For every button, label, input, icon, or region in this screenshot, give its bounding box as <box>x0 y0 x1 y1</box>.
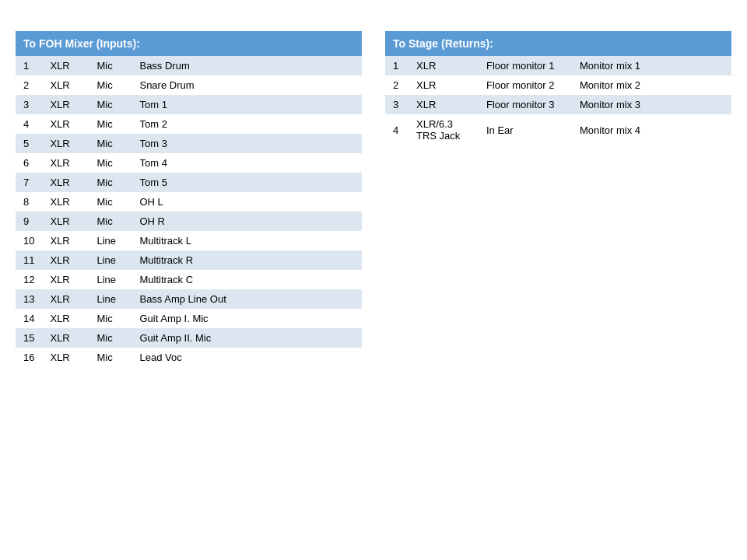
table-row: 12 XLR Line Multitrack C <box>16 270 362 289</box>
stage-connector: XLR <box>409 95 479 114</box>
foh-connector: XLR <box>42 212 89 231</box>
foh-connector: XLR <box>42 309 89 328</box>
table-row: 3 XLR Floor monitor 3 Monitor mix 3 <box>385 95 731 114</box>
foh-connector: XLR <box>42 95 89 114</box>
table-row: 16 XLR Mic Lead Voc <box>16 348 362 367</box>
foh-type: Line <box>89 270 132 289</box>
foh-num: 13 <box>16 289 42 309</box>
foh-connector: XLR <box>42 134 89 153</box>
foh-connector: XLR <box>42 328 89 348</box>
foh-description: Tom 4 <box>132 153 362 173</box>
foh-connector: XLR <box>42 173 89 192</box>
foh-num: 14 <box>16 309 42 328</box>
foh-description: Guit Amp I. Mic <box>132 309 362 328</box>
foh-type: Mic <box>89 328 132 348</box>
foh-num: 8 <box>16 192 42 212</box>
foh-num: 12 <box>16 270 42 289</box>
stage-mix: Monitor mix 1 <box>572 56 731 75</box>
stage-header: To Stage (Returns): <box>385 31 731 56</box>
foh-num: 7 <box>16 173 42 192</box>
foh-type: Line <box>89 231 132 250</box>
foh-type: Line <box>89 250 132 270</box>
foh-type: Mic <box>89 192 132 212</box>
foh-connector: XLR <box>42 56 89 75</box>
foh-description: Tom 5 <box>132 173 362 192</box>
stage-table: 1 XLR Floor monitor 1 Monitor mix 1 2 XL… <box>385 56 731 145</box>
foh-connector: XLR <box>42 348 89 367</box>
foh-description: OH L <box>132 192 362 212</box>
foh-num: 5 <box>16 134 42 153</box>
foh-type: Mic <box>89 95 132 114</box>
foh-num: 6 <box>16 153 42 173</box>
foh-description: Tom 3 <box>132 134 362 153</box>
foh-num: 4 <box>16 114 42 134</box>
foh-description: Bass Drum <box>132 56 362 75</box>
stage-connector: XLR/6.3 TRS Jack <box>409 114 479 145</box>
table-row: 15 XLR Mic Guit Amp II. Mic <box>16 328 362 348</box>
table-row: 10 XLR Line Multitrack L <box>16 231 362 250</box>
table-row: 2 XLR Mic Snare Drum <box>16 75 362 95</box>
stage-destination: Floor monitor 1 <box>479 56 572 75</box>
table-row: 3 XLR Mic Tom 1 <box>16 95 362 114</box>
foh-connector: XLR <box>42 270 89 289</box>
foh-description: Multitrack R <box>132 250 362 270</box>
foh-description: Snare Drum <box>132 75 362 95</box>
foh-description: Bass Amp Line Out <box>132 289 362 309</box>
foh-type: Line <box>89 289 132 309</box>
foh-description: Multitrack L <box>132 231 362 250</box>
stage-destination: Floor monitor 3 <box>479 95 572 114</box>
foh-type: Mic <box>89 153 132 173</box>
table-row: 4 XLR Mic Tom 2 <box>16 114 362 134</box>
foh-description: OH R <box>132 212 362 231</box>
stage-num: 2 <box>385 75 409 95</box>
foh-description: Tom 2 <box>132 114 362 134</box>
foh-type: Mic <box>89 134 132 153</box>
foh-description: Guit Amp II. Mic <box>132 328 362 348</box>
foh-type: Mic <box>89 348 132 367</box>
table-row: 6 XLR Mic Tom 4 <box>16 153 362 173</box>
table-row: 11 XLR Line Multitrack R <box>16 250 362 270</box>
foh-num: 11 <box>16 250 42 270</box>
foh-num: 2 <box>16 75 42 95</box>
stage-destination: Floor monitor 2 <box>479 75 572 95</box>
stage-num: 3 <box>385 95 409 114</box>
stage-connector: XLR <box>409 75 479 95</box>
foh-connector: XLR <box>42 75 89 95</box>
table-row: 2 XLR Floor monitor 2 Monitor mix 2 <box>385 75 731 95</box>
table-row: 5 XLR Mic Tom 3 <box>16 134 362 153</box>
stage-num: 1 <box>385 56 409 75</box>
foh-connector: XLR <box>42 250 89 270</box>
foh-type: Mic <box>89 309 132 328</box>
foh-description: Multitrack C <box>132 270 362 289</box>
foh-type: Mic <box>89 173 132 192</box>
stage-mix: Monitor mix 3 <box>572 95 731 114</box>
foh-type: Mic <box>89 114 132 134</box>
foh-num: 15 <box>16 328 42 348</box>
foh-connector: XLR <box>42 153 89 173</box>
foh-connector: XLR <box>42 192 89 212</box>
table-row: 4 XLR/6.3 TRS Jack In Ear Monitor mix 4 <box>385 114 731 145</box>
stage-mix: Monitor mix 4 <box>572 114 731 145</box>
foh-num: 1 <box>16 56 42 75</box>
stage-connector: XLR <box>409 56 479 75</box>
table-row: 7 XLR Mic Tom 5 <box>16 173 362 192</box>
page-container: To FOH Mixer (Inputs): 1 XLR Mic Bass Dr… <box>16 31 731 367</box>
foh-connector: XLR <box>42 289 89 309</box>
foh-num: 10 <box>16 231 42 250</box>
foh-header: To FOH Mixer (Inputs): <box>16 31 362 56</box>
foh-type: Mic <box>89 56 132 75</box>
stage-section: To Stage (Returns): 1 XLR Floor monitor … <box>385 31 731 145</box>
stage-num: 4 <box>385 114 409 145</box>
foh-connector: XLR <box>42 114 89 134</box>
table-row: 9 XLR Mic OH R <box>16 212 362 231</box>
foh-table: 1 XLR Mic Bass Drum 2 XLR Mic Snare Drum… <box>16 56 362 367</box>
foh-type: Mic <box>89 212 132 231</box>
table-row: 8 XLR Mic OH L <box>16 192 362 212</box>
foh-num: 16 <box>16 348 42 367</box>
foh-num: 9 <box>16 212 42 231</box>
stage-mix: Monitor mix 2 <box>572 75 731 95</box>
foh-type: Mic <box>89 75 132 95</box>
table-row: 14 XLR Mic Guit Amp I. Mic <box>16 309 362 328</box>
table-row: 1 XLR Mic Bass Drum <box>16 56 362 75</box>
foh-num: 3 <box>16 95 42 114</box>
